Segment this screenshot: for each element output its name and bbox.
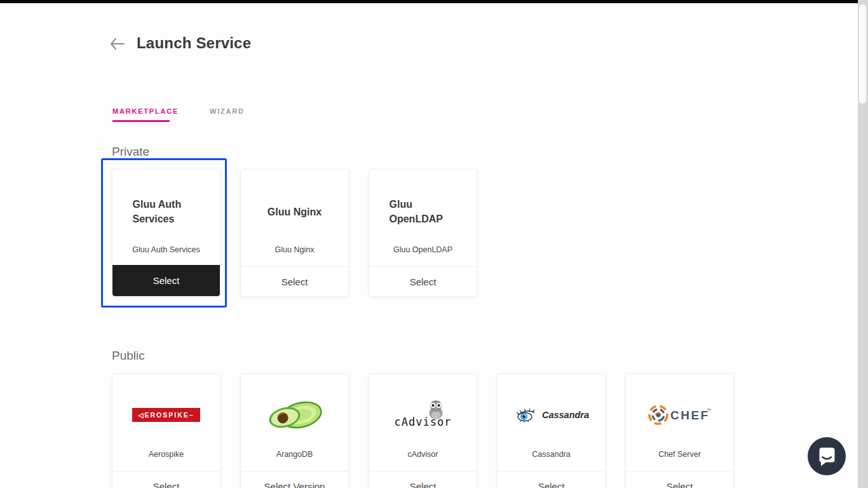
- card-name: Cassandra: [498, 450, 605, 459]
- card-logo-area: [241, 374, 348, 449]
- arangodb-logo: [262, 400, 328, 430]
- select-button[interactable]: Select: [626, 471, 733, 488]
- card-name: Chef Server: [626, 450, 733, 459]
- card-title: Gluu Auth Services: [133, 197, 200, 226]
- launch-service-screen: Launch Service MARKETPLACE WIZARD Privat…: [0, 0, 868, 488]
- card-cadvisor[interactable]: cAdvisor cAdvisor Select: [369, 374, 477, 488]
- tab-wizard[interactable]: WIZARD: [210, 107, 245, 115]
- card-logo-area: Cassandra: [498, 374, 605, 449]
- card-gluu-nginx[interactable]: Gluu Nginx Gluu Nginx Select: [240, 169, 349, 297]
- section-label-public: Public: [112, 349, 145, 363]
- select-button[interactable]: Select: [241, 266, 348, 296]
- card-title: Gluu Nginx: [268, 205, 322, 219]
- eye-icon: [513, 407, 539, 423]
- card-subtitle: Gluu Nginx: [241, 245, 348, 254]
- cassandra-logo: Cassandra: [513, 407, 589, 423]
- card-name: Aerospike: [112, 450, 220, 459]
- card-title-area: Gluu Auth Services: [112, 170, 220, 245]
- card-subtitle: Gluu Auth Services: [112, 245, 220, 254]
- card-logo-area: ◁EROSPIKE–: [112, 374, 220, 449]
- back-arrow-icon[interactable]: [110, 37, 125, 50]
- chef-logo-text: CHEF: [670, 409, 710, 422]
- card-subtitle: Gluu OpenLDAP: [369, 245, 477, 254]
- active-tab-underline: [112, 120, 170, 122]
- chef-logo: CHEF ™: [648, 403, 712, 426]
- card-logo-area: cAdvisor: [369, 374, 477, 449]
- page-title: Launch Service: [137, 34, 251, 52]
- card-cassandra[interactable]: Cassandra Cassandra Select: [497, 374, 606, 488]
- card-name: ArangoDB: [241, 450, 348, 459]
- scrollbar-track[interactable]: [858, 0, 868, 488]
- select-button[interactable]: Select: [112, 471, 220, 488]
- card-gluu-auth-services[interactable]: Gluu Auth Services Gluu Auth Services Se…: [112, 169, 220, 297]
- section-label-private: Private: [112, 145, 149, 159]
- chat-bubble-icon[interactable]: [808, 437, 846, 475]
- aerospike-logo: ◁EROSPIKE–: [132, 408, 200, 422]
- card-gluu-openldap[interactable]: Gluu OpenLDAP Gluu OpenLDAP Select: [369, 169, 477, 297]
- card-title: Gluu OpenLDAP: [390, 197, 457, 226]
- card-title-area: Gluu Nginx: [241, 170, 348, 245]
- card-name: cAdvisor: [369, 450, 477, 459]
- top-black-bar: [0, 0, 858, 3]
- select-button[interactable]: Select: [369, 471, 477, 488]
- cadvisor-logo: cAdvisor: [388, 402, 458, 428]
- select-version-button[interactable]: Select Version: [241, 471, 348, 488]
- select-button[interactable]: Select: [369, 266, 477, 296]
- select-button[interactable]: Select: [112, 265, 220, 296]
- select-button[interactable]: Select: [498, 471, 605, 488]
- chef-trademark: ™: [707, 408, 711, 412]
- cadvisor-logo-text: cAdvisor: [388, 416, 458, 428]
- card-chef-server[interactable]: CHEF ™ Chef Server Select: [625, 374, 734, 488]
- scrollbar-thumb[interactable]: [858, 4, 867, 104]
- card-aerospike[interactable]: ◁EROSPIKE– Aerospike Select: [112, 374, 220, 488]
- card-logo-area: CHEF ™: [626, 374, 733, 449]
- tab-marketplace[interactable]: MARKETPLACE: [112, 107, 179, 115]
- card-arangodb[interactable]: ArangoDB Select Version: [240, 374, 349, 488]
- card-title-area: Gluu OpenLDAP: [369, 170, 477, 245]
- cassandra-logo-text: Cassandra: [542, 410, 589, 420]
